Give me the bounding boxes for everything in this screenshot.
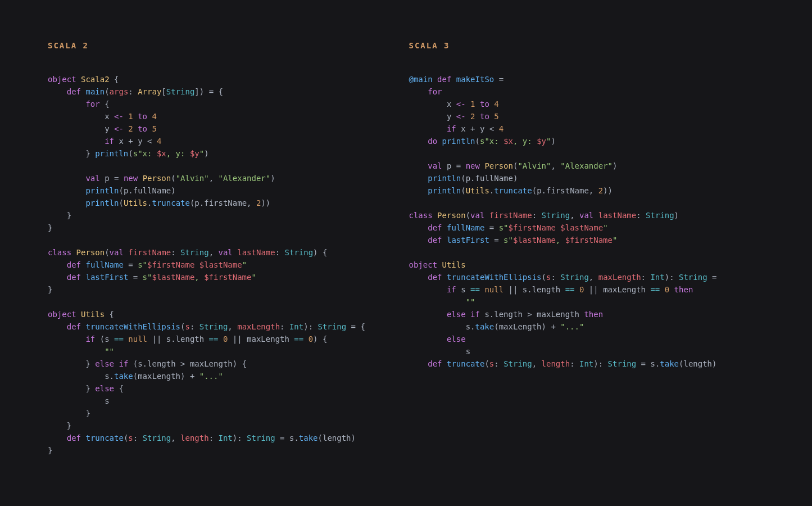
code-token: Int [579,359,593,368]
code-token [489,112,494,121]
code-token: Person [484,161,513,170]
code-token [575,285,579,294]
code-token [433,75,437,84]
code-token: lastName [237,248,275,257]
code-token: println [428,186,461,195]
code-token: x + y < [456,124,499,133]
right-column: SCALA 3 @main def makeItSo = for x <- 1 … [409,39,765,457]
code-token: , [209,248,219,257]
code-token: ]) = { [194,87,223,96]
code-token [660,285,664,294]
code-token: : [641,273,651,282]
code-token: s.length > maxLength [480,310,584,319]
code-token: ) [674,211,679,220]
code-token: ): [303,322,317,331]
code-token: ( [542,273,546,282]
code-token: x [48,112,114,121]
code-token: y [48,124,114,133]
code-token [76,75,81,84]
code-token: new [124,174,138,183]
code-token: , [209,174,219,183]
code-comparison: SCALA 2 object Scala2 { def main(args: A… [48,39,764,457]
code-token: 4 [494,100,498,109]
code-token: println [85,186,119,195]
code-token [409,137,428,146]
code-token: } [48,384,95,393]
code-token: "Alvin" [518,161,551,170]
code-token: 2 [128,124,133,133]
code-token: val [428,161,442,170]
code-token: ( [128,149,133,158]
code-token: ( [475,137,480,146]
code-token: firstName [128,248,171,257]
code-token: def [428,359,442,368]
code-token: Person [437,211,466,220]
code-token: s. [48,372,114,381]
code-token: 4 [157,137,161,146]
code-token: 5 [494,112,498,121]
code-token: s" [499,223,509,232]
code-token: : [636,211,646,220]
code-token: = [128,273,142,282]
code-token: (s [95,335,114,344]
code-token: truncate [85,433,123,442]
code-token: makeItSo [456,75,494,84]
code-token: , [570,211,579,220]
code-token: println [428,174,461,183]
code-token: } [48,223,52,232]
code-token: $firstName [147,260,194,269]
code-token: def [437,75,451,84]
code-token: for [85,100,99,109]
left-heading: SCALA 2 [48,39,403,52]
code-token [138,174,142,183]
code-token: { [100,100,110,109]
code-token [409,87,428,96]
code-token: "..." [199,372,223,381]
code-token: new [466,161,480,170]
code-token [48,87,67,96]
code-token [48,322,67,331]
code-token: 0 [665,285,669,294]
code-token: [ [161,87,166,96]
code-token: <- [114,124,124,133]
code-token: null [128,335,147,344]
code-token: (length) [679,359,716,368]
right-heading: SCALA 3 [409,39,765,52]
code-token [484,211,489,220]
code-token: main [85,87,105,96]
code-token [48,433,67,442]
code-token [71,248,76,257]
code-token: object [48,75,76,84]
code-token: ) [204,149,208,158]
scala3-code: @main def makeItSo = for x <- 1 to 4 y <… [409,73,765,370]
code-token: if [105,137,114,146]
code-token [194,260,199,269]
code-token: , [556,236,565,245]
code-token: " [603,223,607,232]
code-token: " [613,236,617,245]
code-token [48,137,105,146]
code-token: p = [442,161,466,170]
code-token: , y: [166,149,190,158]
code-token: Utils [81,310,105,319]
code-token: = s. [275,433,299,442]
code-token: $lastName [199,260,242,269]
code-token: ( [105,248,109,257]
code-token [466,112,470,121]
code-token: @main [409,75,433,84]
code-token: String [646,211,674,220]
code-token: = s. [636,359,660,368]
code-token: , y: [513,137,537,146]
code-token: val [110,248,124,257]
code-token: } [48,409,90,418]
code-token: (p.firstName, [190,198,256,207]
code-token: println [85,198,119,207]
code-token: <- [456,100,466,109]
code-token: lastFirst [447,236,489,245]
code-token: do [428,137,437,146]
code-token: ): [233,433,247,442]
code-token: <- [114,112,124,121]
code-token [409,186,428,195]
code-token: String [166,87,195,96]
code-token: ( [466,211,470,220]
